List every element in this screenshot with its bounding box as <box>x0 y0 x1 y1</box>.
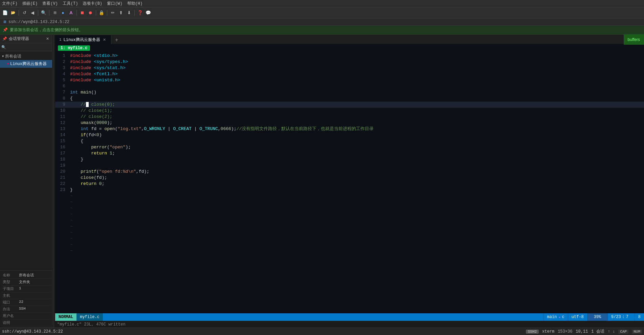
sidebar: 📌 会话管理器 ✕ 🔍 ▼ 所有会话 ● Linux腾讯云服务器 名称 所有会话 <box>0 35 52 328</box>
info-row-type: 类型 文件夹 <box>1 279 51 286</box>
code-line-18: 18 } <box>55 156 644 163</box>
tb-refresh[interactable]: ↺ <box>21 9 28 17</box>
info-row-port: 端口 22 <box>1 299 51 306</box>
code-line-7: 7 int main() <box>55 89 644 96</box>
status2-ssh2: SSH2 <box>526 330 539 334</box>
info-label-host: 主机 <box>3 293 19 298</box>
vim-position: 9/23 : 7 <box>607 313 635 321</box>
tb-chat[interactable]: 💬 <box>145 9 152 17</box>
tilde-line-7: ~ <box>55 230 644 236</box>
buffers-label: buffers <box>628 37 640 42</box>
vim-file: myfile.c <box>76 313 103 321</box>
code-line-23: 23 } <box>55 187 644 193</box>
tb-upload[interactable]: ⬆ <box>117 9 125 17</box>
status2-left: ssh://wyn@43.143.224.5:22 <box>2 329 63 334</box>
tb-edit[interactable]: ✏ <box>109 9 116 17</box>
pin-icon: 📌 <box>3 27 8 33</box>
info-row-desc: 说明 <box>1 319 51 326</box>
resize-handle[interactable] <box>52 35 55 328</box>
code-line-12: 12 umask(0000); <box>55 120 644 126</box>
info-row-method: 办法 SSH <box>1 306 51 313</box>
tb-new[interactable]: 📄 <box>1 9 9 17</box>
tb-help[interactable]: ❓ <box>136 9 144 17</box>
info-value-name: 所有会话 <box>19 273 34 278</box>
menu-view[interactable]: 查看(V) <box>42 1 58 6</box>
sidebar-header: 📌 会话管理器 ✕ <box>0 35 52 43</box>
code-line-16: 16 perror("open"); <box>55 144 644 150</box>
tab-linux[interactable]: 1 Linux腾讯云服务器 ✕ <box>55 35 111 44</box>
ssh-address: ssh://wyn@43.143.224.5:22 <box>8 20 69 24</box>
info-value-count: 1 <box>19 286 21 291</box>
tilde-line-3: ~ <box>55 205 644 211</box>
status2-sessions: 1 会话 <box>591 329 604 334</box>
tilde-line-2: ~ <box>55 199 644 205</box>
menu-file[interactable]: 文件(F) <box>2 1 18 6</box>
code-line-17: 17 return 1; <box>55 150 644 156</box>
code-editor[interactable]: 1 #include <stdio.h> 2 #include <sys/typ… <box>55 51 644 313</box>
vim-mode: NORMAL <box>55 313 76 321</box>
code-line-8: 8 { <box>55 96 644 102</box>
info-label-method: 办法 <box>3 307 19 312</box>
sidebar-search-input[interactable] <box>6 45 51 50</box>
tilde-line-4: ~ <box>55 211 644 217</box>
info-line: "myfile.c" 23L, 476C written <box>55 321 644 328</box>
code-line-15: 15 { <box>55 138 644 144</box>
tab-close-btn[interactable]: ✕ <box>102 37 107 42</box>
code-scroll[interactable]: 1 #include <stdio.h> 2 #include <sys/typ… <box>55 51 644 313</box>
tilde-line-8: ~ <box>55 236 644 242</box>
tab-number: 1 <box>59 38 62 42</box>
tb-back[interactable]: ◀ <box>29 9 36 17</box>
menu-tools[interactable]: 工具(T) <box>63 1 78 6</box>
code-line-4: 4 #include <fcntl.h> <box>55 71 644 77</box>
tb-stop[interactable]: ⏹ <box>79 9 86 17</box>
status2-size: 153×36 <box>558 329 572 334</box>
status2-right: SSH2 xterm 153×36 10,11 1 会话 ↑ ↓ CAP NUM <box>526 329 642 334</box>
tb-lock[interactable]: 🔒 <box>98 9 105 17</box>
info-row-user: 用户名 <box>1 313 51 319</box>
editor-area: 1 Linux腾讯云服务器 ✕ + buffers 1: myfile.c 1 … <box>55 35 644 328</box>
info-label-type: 类型 <box>3 279 19 285</box>
tb-globe[interactable]: ● <box>59 9 67 17</box>
status2-ssh-addr: ssh://wyn@43.143.224.5:22 <box>2 329 63 334</box>
info-label-port: 端口 <box>3 300 19 305</box>
code-line-3: 3 #include <sys/stat.h> <box>55 65 644 71</box>
vim-function: main ◂ c <box>543 313 568 321</box>
tb-open[interactable]: 📂 <box>9 9 17 17</box>
menu-help[interactable]: 帮助(H) <box>127 1 143 6</box>
info-label-desc: 说明 <box>3 320 19 325</box>
tb-download[interactable]: ⬇ <box>125 9 133 17</box>
code-line-9: 9 // close(0); <box>55 102 644 108</box>
menu-window[interactable]: 窗口(W) <box>107 1 123 6</box>
info-value-type: 文件夹 <box>19 279 30 285</box>
menu-tabs[interactable]: 选项卡(B) <box>83 1 102 6</box>
info-row-host: 主机 <box>1 292 51 299</box>
tb-view[interactable]: ⊞ <box>51 9 59 17</box>
sidebar-pin-btn[interactable]: 📌 <box>2 36 7 42</box>
expand-icon: ▼ <box>2 55 4 58</box>
tilde-line-9: ~ <box>55 242 644 248</box>
code-line-19: 19 <box>55 163 644 169</box>
tab-add-btn[interactable]: + <box>113 36 121 44</box>
buffers-btn[interactable]: buffers <box>624 35 644 45</box>
menu-edit[interactable]: 插嵌(E) <box>22 1 38 6</box>
main-layout: 📌 会话管理器 ✕ 🔍 ▼ 所有会话 ● Linux腾讯云服务器 名称 所有会话 <box>0 35 644 328</box>
sshbar: 🖥 ssh://wyn@43.143.224.5:22 <box>0 18 644 26</box>
tree-item-linux[interactable]: ● Linux腾讯云服务器 <box>0 60 52 68</box>
code-line-20: 20 printf("open fd:%d\n",fd); <box>55 169 644 175</box>
tilde-line-10: ~ <box>55 248 644 254</box>
info-row-count: 子项目 1 <box>1 286 51 292</box>
status2-cap: CAP <box>618 330 628 334</box>
tb-record[interactable]: ⏺ <box>87 9 94 17</box>
tree-item-label: Linux腾讯云服务器 <box>10 61 47 67</box>
tree-group-all[interactable]: ▼ 所有会话 <box>0 53 52 60</box>
code-line-2: 2 #include <sys/types.h> <box>55 59 644 65</box>
sidebar-close-btn[interactable]: ✕ <box>45 36 50 42</box>
vim-encoding: utf-8 <box>568 313 587 321</box>
info-line-text: "myfile.c" 23L, 476C written <box>57 322 126 327</box>
session-banner-text: 要添加当前会话，点击左侧的箭头按钮。 <box>10 27 83 33</box>
tb-find[interactable]: 🔍 <box>40 9 47 17</box>
info-label-name: 名称 <box>3 273 19 278</box>
tree-group-label: 所有会话 <box>5 54 21 59</box>
tb-font[interactable]: A <box>67 9 75 17</box>
tab-label: Linux腾讯云服务器 <box>64 37 100 43</box>
